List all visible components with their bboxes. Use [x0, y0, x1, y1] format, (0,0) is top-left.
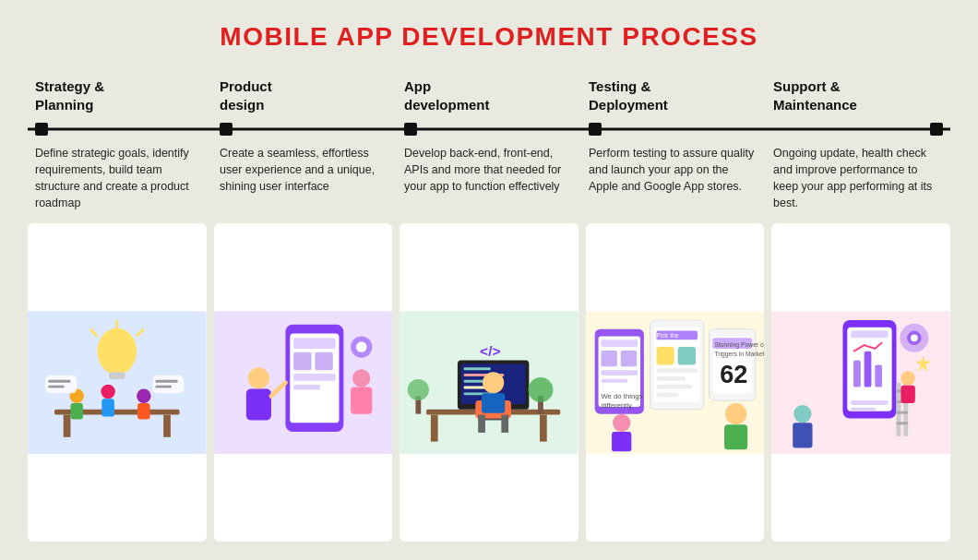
svg-rect-30 — [245, 388, 270, 420]
timeline-row — [28, 123, 950, 136]
svg-rect-7 — [64, 414, 71, 436]
svg-rect-26 — [315, 351, 332, 369]
svg-rect-93 — [852, 330, 889, 338]
svg-rect-79 — [656, 392, 678, 397]
svg-rect-10 — [70, 403, 83, 419]
descriptions-row: Define strategic goals, identify require… — [28, 145, 950, 212]
support-illustration — [771, 223, 950, 542]
svg-point-1 — [98, 328, 137, 374]
svg-rect-95 — [865, 351, 872, 387]
svg-point-13 — [137, 388, 150, 402]
svg-point-32 — [352, 369, 370, 387]
svg-rect-51 — [502, 414, 509, 432]
step-desc-product: Create a seamless, effortless user exper… — [212, 145, 397, 212]
svg-point-29 — [247, 367, 268, 388]
svg-rect-18 — [45, 375, 77, 393]
svg-point-52 — [483, 372, 504, 393]
page-title: MOBILE APP DEVELOPMENT PROCESS — [220, 22, 757, 52]
svg-rect-94 — [853, 360, 861, 387]
svg-rect-65 — [601, 370, 638, 375]
svg-rect-16 — [155, 379, 177, 382]
svg-text:We do things: We do things — [601, 392, 642, 400]
image-box-testing: We do things differently. Pick the Categ… — [586, 223, 765, 542]
svg-rect-15 — [153, 375, 185, 393]
product-illustration — [214, 223, 393, 542]
svg-point-57 — [408, 378, 429, 399]
timeline-segment-2 — [212, 123, 397, 136]
svg-rect-107 — [897, 422, 909, 424]
svg-rect-33 — [351, 387, 372, 413]
step-header-support: Support &Maintenance — [766, 77, 950, 123]
step-desc-app: Develop back-end, front-end, APIs and mo… — [397, 145, 581, 212]
svg-rect-74 — [656, 347, 674, 364]
svg-rect-62 — [601, 340, 638, 347]
svg-point-101 — [911, 334, 918, 341]
svg-text:62: 62 — [720, 359, 747, 387]
svg-rect-89 — [612, 431, 631, 450]
svg-point-55 — [529, 376, 554, 401]
svg-point-108 — [901, 371, 915, 385]
svg-point-110 — [794, 404, 812, 422]
svg-point-86 — [725, 403, 746, 424]
timeline-marker-1 — [35, 123, 48, 136]
svg-rect-39 — [540, 414, 547, 441]
step-desc-testing: Perform testing to assure quality and la… — [581, 145, 766, 212]
svg-rect-97 — [852, 400, 889, 405]
svg-rect-12 — [101, 399, 114, 416]
svg-rect-25 — [293, 351, 311, 369]
svg-rect-24 — [293, 338, 335, 349]
svg-rect-66 — [601, 378, 627, 382]
images-row: </> We do things differently. — [28, 223, 950, 542]
svg-rect-87 — [724, 424, 747, 449]
timeline-marker-5 — [930, 123, 943, 136]
svg-rect-63 — [601, 350, 616, 365]
svg-text:Stunning Power of: Stunning Power of — [714, 341, 764, 349]
svg-rect-14 — [137, 403, 150, 419]
svg-rect-96 — [876, 364, 883, 387]
svg-text:Categories: Categories — [656, 340, 686, 347]
svg-text:Pick the: Pick the — [656, 332, 678, 339]
svg-rect-38 — [431, 414, 438, 441]
image-box-strategy — [28, 223, 207, 542]
timeline-markers — [28, 123, 950, 136]
image-box-product — [214, 223, 393, 542]
timeline-marker-3 — [404, 123, 417, 136]
svg-point-88 — [613, 413, 630, 431]
timeline-segment-5 — [766, 123, 950, 136]
timeline-segment-4 — [581, 123, 766, 136]
step-header-testing: Testing &Deployment — [581, 77, 766, 123]
svg-rect-64 — [621, 350, 637, 365]
testing-illustration: We do things differently. Pick the Categ… — [586, 223, 765, 542]
timeline-marker-2 — [220, 123, 233, 136]
process-container: Strategy &Planning Productdesign Appdeve… — [28, 77, 950, 542]
app-illustration: </> — [400, 223, 578, 542]
timeline-segment-1 — [28, 123, 212, 136]
svg-point-11 — [101, 384, 114, 398]
step-header-product: Productdesign — [212, 77, 397, 123]
step-header-strategy: Strategy &Planning — [28, 77, 212, 123]
image-box-app: </> — [400, 223, 578, 542]
svg-rect-78 — [656, 384, 692, 388]
svg-rect-111 — [793, 423, 813, 447]
svg-rect-27 — [293, 374, 335, 381]
svg-text:Triggers in Marketing: Triggers in Marketing — [714, 350, 764, 357]
svg-rect-20 — [48, 385, 64, 387]
svg-point-35 — [356, 341, 367, 352]
headers-row: Strategy &Planning Productdesign Appdeve… — [28, 77, 950, 123]
svg-rect-98 — [852, 407, 877, 411]
svg-rect-77 — [656, 375, 686, 380]
svg-text:differently.: differently. — [601, 400, 633, 409]
svg-text:</>: </> — [480, 342, 500, 358]
svg-rect-28 — [293, 384, 320, 389]
svg-rect-8 — [163, 414, 171, 436]
svg-rect-106 — [897, 411, 909, 413]
svg-rect-109 — [901, 385, 915, 402]
timeline-marker-4 — [589, 123, 602, 136]
step-header-app: Appdevelopment — [397, 77, 581, 123]
image-box-support — [771, 223, 950, 542]
timeline-segment-3 — [397, 123, 581, 136]
svg-rect-76 — [656, 368, 698, 373]
svg-rect-75 — [677, 347, 695, 364]
svg-rect-53 — [482, 393, 505, 412]
svg-rect-42 — [464, 367, 491, 370]
